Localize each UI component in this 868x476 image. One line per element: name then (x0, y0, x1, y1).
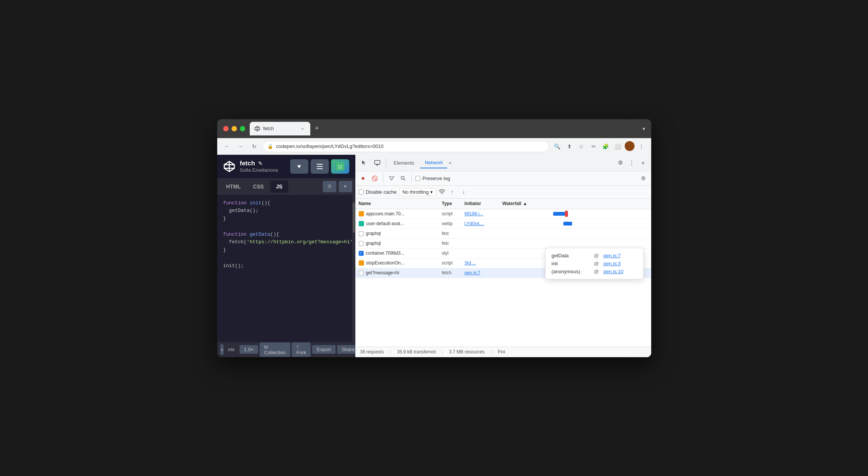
upload-throttle-button[interactable]: ↑ (448, 187, 457, 196)
tooltip-link-2[interactable]: pen.js:3 (604, 261, 621, 266)
element-picker-button[interactable] (359, 157, 370, 168)
minimize-traffic-light[interactable] (232, 126, 237, 131)
tooltip-label-1: getData (552, 253, 590, 258)
dt-more-tabs[interactable]: » (449, 160, 451, 165)
search-button[interactable] (398, 174, 408, 183)
table-row[interactable]: graphql fetc (356, 239, 651, 249)
lock-icon: 🔒 (268, 144, 273, 149)
new-tab-button[interactable]: + (312, 123, 322, 134)
export-button[interactable]: Export (312, 345, 336, 354)
reload-button[interactable]: ↻ (249, 141, 260, 152)
preserve-log-checkbox[interactable] (415, 176, 420, 181)
row-checked-icon[interactable]: ✓ (359, 251, 364, 256)
preserve-log-area[interactable]: Preserve log (415, 176, 450, 181)
row-init-stopexec[interactable]: 3rd ... (465, 260, 502, 266)
tab-html[interactable]: HTML (220, 180, 247, 193)
url-bar[interactable]: 🔒 codepen.io/sofiayem/pen/LYdGvLg?editor… (263, 141, 549, 152)
waterfall-sort-icon: ▲ (523, 201, 527, 206)
download-throttle-button[interactable]: ↓ (459, 187, 468, 196)
browser-actions: 🔍 ⬆ ☆ ✂ 🧩 ⬜ ⋮ (552, 141, 647, 152)
row-init-appcues[interactable]: 69186.j... (465, 211, 502, 216)
tooltip-label-2: init (552, 261, 590, 266)
search-action-button[interactable]: 🔍 (552, 141, 563, 152)
tooltip-at-2: @ (594, 261, 599, 266)
cut-action-button[interactable]: ✂ (588, 141, 599, 152)
fork-button[interactable]: ⑂ Fork (292, 342, 311, 357)
col-header-type: Type (442, 201, 465, 206)
tooltip-link-1[interactable]: pen.js:7 (604, 253, 621, 258)
status-requests: 38 requests (360, 349, 384, 355)
disable-cache-label: Disable cache (366, 189, 397, 195)
zoom-button[interactable]: 1.0× (240, 345, 258, 354)
tab-css[interactable]: CSS (247, 180, 270, 193)
bookmark-action-button[interactable]: ☆ (576, 141, 587, 152)
filter-button[interactable] (387, 174, 396, 183)
tab-close-button[interactable]: × (300, 126, 306, 132)
sidebar-action-button[interactable]: ⬜ (613, 141, 623, 152)
address-bar: ← → ↻ 🔒 codepen.io/sofiayem/pen/LYdGvLg?… (217, 138, 651, 155)
table-row[interactable]: appcues.main.70... script 69186.j... (356, 209, 651, 219)
row-checkbox-get[interactable] (359, 271, 364, 275)
row-name-text: appcues.main.70... (366, 211, 404, 216)
code-editor[interactable]: function init(){ getData(); } function g… (217, 195, 355, 342)
dt-settings-button[interactable]: ⚙ (616, 158, 625, 168)
back-button[interactable]: ← (222, 141, 232, 152)
table-row[interactable]: graphql fetc (356, 229, 651, 239)
table-row[interactable]: user-default-avat... webp LYdGvL... (356, 219, 651, 229)
dt-more-button[interactable]: ⋮ (627, 158, 637, 168)
extensions-action-button[interactable]: 🧩 (600, 141, 611, 152)
close-traffic-light[interactable] (223, 126, 229, 131)
network-toolbar-2: Disable cache No throttling ▾ ↑ ↓ (356, 186, 651, 199)
row-checkbox[interactable] (359, 231, 364, 236)
row-type-graphql2: fetc (442, 241, 465, 246)
more-action-button[interactable]: ⋮ (636, 141, 647, 152)
tooltip-label-3: (anonymous) (552, 269, 590, 274)
row-checkbox[interactable] (359, 241, 364, 246)
codepen-header: fetch ✎ Sofia Emelianova ♥ (217, 155, 355, 178)
browser-window: fetch × + ▾ ← → ↻ 🔒 codepen.io/sofiayem/… (217, 119, 651, 357)
editor-scrollbar[interactable] (352, 195, 355, 342)
tooltip-popup: getData @ pen.js:7 init @ pen.js:3 (anon… (545, 248, 644, 279)
face-button[interactable] (331, 159, 349, 174)
edit-title-icon[interactable]: ✎ (258, 160, 263, 166)
active-tab[interactable]: fetch × (250, 122, 310, 135)
device-toolbar-button[interactable] (372, 157, 383, 168)
share-action-button[interactable]: ⬆ (564, 141, 575, 152)
profile-avatar[interactable] (625, 141, 635, 151)
editor-gear-button[interactable]: ⚙ (323, 181, 336, 192)
main-content: fetch ✎ Sofia Emelianova ♥ (217, 155, 651, 357)
editor-tab-settings: ⚙ ▾ (323, 181, 352, 192)
throttle-select[interactable]: No throttling ▾ (399, 188, 436, 196)
svg-point-12 (338, 165, 339, 166)
code-line-7: } (223, 246, 349, 254)
clear-button[interactable]: 🚫 (370, 174, 379, 183)
nt-settings-button[interactable]: ⚙ (639, 174, 648, 183)
dt-close-button[interactable]: × (638, 158, 648, 168)
tooltip-row-getdata: getData @ pen.js:7 (552, 253, 637, 258)
col-header-name: Name (359, 201, 442, 206)
console-toggle-button[interactable]: ∧ (220, 344, 224, 355)
maximize-traffic-light[interactable] (240, 126, 245, 131)
to-collection-button[interactable]: to Collection (260, 342, 290, 357)
row-init-avatar[interactable]: LYdGvL... (465, 221, 502, 226)
svg-rect-11 (336, 162, 344, 171)
disable-cache-checkbox[interactable] (359, 190, 364, 194)
list-button[interactable] (311, 159, 329, 174)
tab-js[interactable]: JS (270, 180, 288, 193)
disable-cache-area[interactable]: Disable cache (359, 189, 397, 195)
svg-rect-8 (317, 164, 323, 165)
wifi-icon (439, 189, 445, 195)
dt-tab-elements[interactable]: Elements (389, 157, 419, 168)
tooltip-link-3[interactable]: pen.js:10 (604, 269, 624, 274)
tab-dropdown-button[interactable]: ▾ (642, 126, 645, 132)
row-init-get[interactable]: pen.js:7 (465, 270, 502, 275)
svg-rect-10 (317, 168, 323, 169)
heart-button[interactable]: ♥ (290, 159, 308, 174)
row-name-graphql1: graphql (359, 231, 442, 236)
record-button[interactable]: ● (359, 174, 368, 183)
forward-button[interactable]: → (235, 141, 246, 152)
dt-tab-network[interactable]: Network (420, 157, 448, 168)
scrollbar-thumb[interactable] (353, 202, 355, 233)
editor-expand-button[interactable]: ▾ (339, 181, 352, 192)
svg-point-16 (401, 176, 404, 179)
